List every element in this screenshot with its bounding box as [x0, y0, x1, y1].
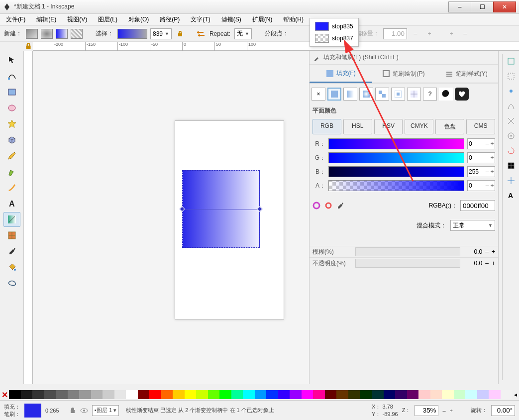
palette-swatch[interactable] [418, 390, 430, 399]
tab-fill[interactable]: 填充(F) [310, 65, 372, 83]
stop-item-0[interactable]: stop835 [312, 20, 356, 32]
opacity-slider[interactable] [355, 259, 460, 268]
palette-swatch[interactable] [68, 390, 80, 399]
r-dec[interactable]: – [485, 140, 490, 147]
zoom-dec[interactable]: – [442, 408, 445, 414]
tool-calligraphy[interactable] [3, 180, 20, 195]
zoom-inc[interactable]: + [450, 408, 453, 414]
snap-intersection[interactable] [507, 116, 516, 125]
snap-toggle[interactable] [507, 57, 516, 66]
menu-text[interactable]: 文字(T) [188, 14, 213, 25]
a-inc[interactable]: + [490, 182, 495, 189]
model-wheel[interactable]: 色盘 [435, 119, 464, 134]
palette-swatch[interactable] [407, 390, 419, 399]
model-hsl[interactable]: HSL [343, 119, 372, 134]
gradient-line[interactable] [182, 209, 260, 210]
g-inc[interactable]: + [490, 154, 495, 161]
repeat-select[interactable]: 无 ▼ [234, 28, 252, 39]
b-dec[interactable]: – [485, 168, 490, 175]
paint-swatch[interactable] [391, 88, 405, 101]
paint-pattern[interactable] [375, 88, 389, 101]
tool-ellipse[interactable] [3, 101, 20, 115]
palette-swatch[interactable] [489, 390, 501, 399]
rgba-hex-input[interactable] [460, 200, 495, 211]
gradient-stop-dropdown[interactable]: stop835 stop837 [310, 18, 359, 47]
model-cmyk[interactable]: CMYK [405, 119, 433, 134]
paint-unknown[interactable]: ? [423, 88, 437, 101]
palette-swatch[interactable] [395, 390, 407, 399]
menu-path[interactable]: 路径(P) [157, 14, 183, 25]
palette-swatch[interactable] [9, 390, 21, 399]
palette-strip[interactable] [9, 390, 512, 399]
paint-radial[interactable] [359, 88, 373, 101]
close-button[interactable]: ✕ [493, 1, 516, 12]
menu-filter[interactable]: 滤镜(S) [218, 14, 244, 25]
status-current-color[interactable] [24, 404, 41, 418]
palette-swatch[interactable] [56, 390, 68, 399]
tab-stroke-style[interactable]: 笔刷样式(Y) [435, 65, 498, 83]
tool-gradient[interactable] [3, 212, 20, 227]
lock-layer-icon[interactable] [69, 407, 76, 414]
offset-inc[interactable]: + [424, 28, 435, 39]
tool-rect[interactable] [3, 85, 20, 100]
blur-dec[interactable]: – [485, 248, 489, 255]
new-mesh-swatch[interactable] [71, 29, 83, 39]
palette-swatch[interactable] [313, 390, 325, 399]
palette-swatch[interactable] [91, 390, 103, 399]
palette-swatch[interactable] [348, 390, 360, 399]
palette-swatch[interactable] [196, 390, 208, 399]
palette-swatch[interactable] [21, 390, 33, 399]
menu-extensions[interactable]: 扩展(N) [249, 14, 276, 25]
channel-g-input[interactable] [468, 154, 485, 161]
palette-swatch[interactable] [266, 390, 278, 399]
palette-swatch[interactable] [114, 390, 126, 399]
color-wheel-icon[interactable] [312, 202, 320, 210]
stop-item-1[interactable]: stop837 [312, 32, 356, 44]
palette-swatch[interactable] [103, 390, 114, 399]
palette-swatch[interactable] [173, 390, 185, 399]
channel-a-slider[interactable] [328, 180, 464, 191]
snap-rotation[interactable] [507, 146, 516, 155]
palette-swatch[interactable] [465, 390, 477, 399]
snap-path[interactable] [507, 102, 516, 110]
menu-file[interactable]: 文件(F) [3, 14, 28, 25]
palette-swatch[interactable] [126, 390, 138, 399]
lock-gradient-button[interactable] [175, 28, 186, 39]
paint-none[interactable]: × [311, 88, 325, 101]
palette-swatch[interactable] [477, 390, 489, 399]
menu-layer[interactable]: 图层(L) [95, 14, 120, 25]
snap-center[interactable] [507, 131, 516, 140]
tool-pencil[interactable] [3, 148, 20, 163]
channel-r-input[interactable] [468, 140, 485, 147]
r-inc[interactable]: + [490, 140, 495, 147]
blend-mode-select[interactable]: 正常 ▼ [450, 220, 495, 231]
tool-selector[interactable] [3, 53, 20, 68]
tool-text[interactable]: A [3, 196, 20, 211]
ruler-lock-icon[interactable] [24, 42, 32, 50]
g-dec[interactable]: – [485, 154, 490, 161]
paint-flat[interactable] [327, 88, 341, 101]
paint-blob[interactable] [439, 88, 453, 101]
eyedropper-icon[interactable] [336, 202, 344, 210]
gradient-id-select[interactable]: 839 ▼ [150, 28, 172, 39]
a-dec[interactable]: – [485, 182, 490, 189]
palette-swatch[interactable] [325, 390, 337, 399]
palette-swatch[interactable] [442, 390, 454, 399]
palette-swatch[interactable] [278, 390, 290, 399]
palette-swatch[interactable] [79, 390, 91, 399]
palette-swatch[interactable] [231, 390, 243, 399]
tool-tweak[interactable] [3, 276, 20, 291]
palette-none[interactable]: ✕ [0, 390, 9, 400]
tool-dropper[interactable] [3, 244, 20, 259]
palette-swatch[interactable] [454, 390, 466, 399]
new-radial-swatch[interactable] [41, 29, 53, 39]
opacity-dec[interactable]: – [485, 260, 489, 267]
palette-swatch[interactable] [302, 390, 313, 399]
palette-swatch[interactable] [430, 390, 442, 399]
tool-node[interactable] [3, 69, 20, 84]
palette-swatch[interactable] [219, 390, 231, 399]
paint-linear[interactable] [343, 88, 357, 101]
palette-swatch[interactable] [336, 390, 348, 399]
tab-stroke-paint[interactable]: 笔刷绘制(P) [372, 65, 435, 83]
paint-mesh[interactable] [407, 88, 421, 101]
